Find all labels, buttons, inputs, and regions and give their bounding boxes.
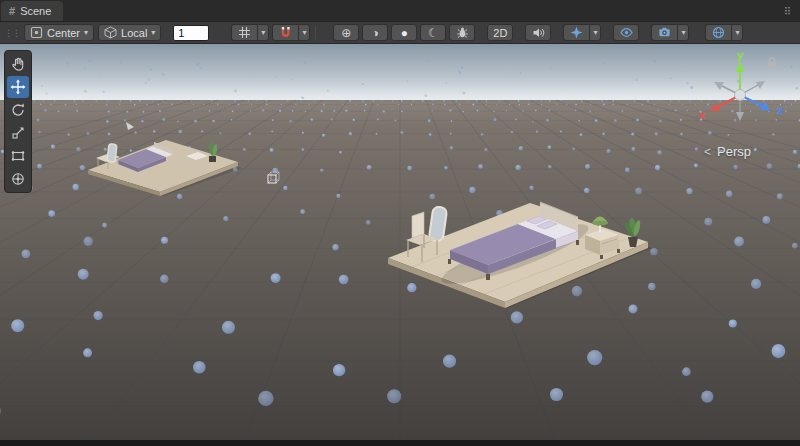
projection-arrow-icon: < <box>704 145 711 159</box>
rotate-tool[interactable] <box>7 99 29 121</box>
scene-viewport[interactable]: y x z < Persp <box>0 44 800 440</box>
debug-toggle[interactable] <box>449 24 475 41</box>
sky <box>0 44 800 104</box>
chevron-down-icon: ▾ <box>151 29 155 37</box>
magnet-icon <box>279 26 292 39</box>
audio-toggle[interactable] <box>525 24 551 41</box>
hand-icon <box>10 56 26 72</box>
gizmo-center-ball[interactable] <box>735 90 746 101</box>
draw-mode-shaded-toggle[interactable]: ◑ <box>362 24 388 41</box>
grid-snap-button[interactable] <box>231 24 257 41</box>
gizmos-globe-icon <box>712 26 725 39</box>
axis-neg-y-cone[interactable] <box>736 112 744 121</box>
toolbar-separator <box>315 26 316 40</box>
toolbar-drag-handle[interactable]: ⋮⋮ <box>4 28 20 38</box>
effects-toggle[interactable] <box>563 24 589 41</box>
speaker-icon <box>532 26 545 39</box>
transform-icon <box>10 171 26 187</box>
projection-toggle[interactable]: < Persp <box>704 144 751 159</box>
tab-bar: # Scene ⠿ <box>0 0 800 22</box>
camera-icon <box>658 26 671 39</box>
axis-y-cone[interactable] <box>736 61 745 72</box>
unit-snap-dropdown[interactable]: ▾ <box>298 24 310 41</box>
effects-star-icon <box>570 26 583 39</box>
unity-scene-view-window: # Scene ⠿ ⋮⋮ Center ▾ Local ▾ <box>0 0 800 446</box>
2d-mode-label: 2D <box>493 27 507 39</box>
rotate-icon <box>10 102 26 118</box>
gizmo-lock-icon[interactable] <box>766 56 778 70</box>
scene-toolbar: ⋮⋮ Center ▾ Local ▾ <box>0 22 800 44</box>
scene-grid-icon: # <box>9 5 15 17</box>
draw-mode-globe-toggle[interactable]: ⊕ <box>333 24 359 41</box>
axis-y-label[interactable]: y <box>736 51 743 62</box>
grid-snap-dropdown[interactable]: ▾ <box>257 24 269 41</box>
hand-tool[interactable] <box>7 53 29 75</box>
eye-icon <box>620 26 633 39</box>
transform-tool[interactable] <box>7 168 29 190</box>
scale-tool[interactable] <box>7 122 29 144</box>
gizmos-dropdown[interactable]: ▾ <box>731 24 743 41</box>
axis-x-label[interactable]: x <box>698 109 705 122</box>
shaded-sphere-icon: ◑ <box>372 27 379 39</box>
cube-icon <box>104 26 117 39</box>
bug-icon <box>456 26 469 39</box>
move-tool[interactable] <box>7 76 29 98</box>
scene-3d-canvas[interactable] <box>0 44 800 440</box>
scene-visibility-toggle[interactable] <box>613 24 639 41</box>
chevron-down-icon: ▾ <box>593 29 597 37</box>
pivot-mode-label: Center <box>47 27 80 39</box>
tools-panel <box>4 50 32 193</box>
pivot-mode-dropdown[interactable]: Center ▾ <box>24 24 94 41</box>
draw-mode-circle-toggle[interactable]: ● <box>391 24 417 41</box>
bottom-strip <box>0 440 800 446</box>
unit-snap-button[interactable] <box>272 24 298 41</box>
scene-camera-dropdown[interactable]: ▾ <box>677 24 689 41</box>
scale-icon <box>10 125 26 141</box>
tab-scene-label: Scene <box>20 5 51 17</box>
scene-camera-button[interactable] <box>651 24 677 41</box>
filled-circle-icon: ● <box>401 27 408 39</box>
gizmos-toggle[interactable] <box>705 24 731 41</box>
grid-size-input[interactable] <box>173 25 209 41</box>
effects-dropdown[interactable]: ▾ <box>589 24 601 41</box>
moon-icon: ☾ <box>428 27 439 39</box>
tab-scene[interactable]: # Scene <box>1 1 63 21</box>
chevron-down-icon: ▾ <box>681 29 685 37</box>
rect-icon <box>10 148 26 164</box>
2d-mode-toggle[interactable]: 2D <box>487 24 513 41</box>
globe-icon: ⊕ <box>341 27 351 39</box>
handle-orientation-label: Local <box>121 27 147 39</box>
chevron-down-icon: ▾ <box>302 29 306 37</box>
grid-snap-icon <box>238 26 251 39</box>
lighting-toggle[interactable]: ☾ <box>420 24 446 41</box>
chevron-down-icon: ▾ <box>84 29 88 37</box>
window-menu-icon[interactable]: ⠿ <box>784 6 792 17</box>
handle-orientation-dropdown[interactable]: Local ▾ <box>98 24 161 41</box>
chevron-down-icon: ▾ <box>261 29 265 37</box>
rect-tool[interactable] <box>7 145 29 167</box>
axis-z-label[interactable]: z <box>777 104 783 117</box>
move-icon <box>10 79 26 95</box>
pivot-icon <box>30 26 43 39</box>
projection-label: Persp <box>717 144 751 159</box>
chevron-down-icon: ▾ <box>735 29 739 37</box>
